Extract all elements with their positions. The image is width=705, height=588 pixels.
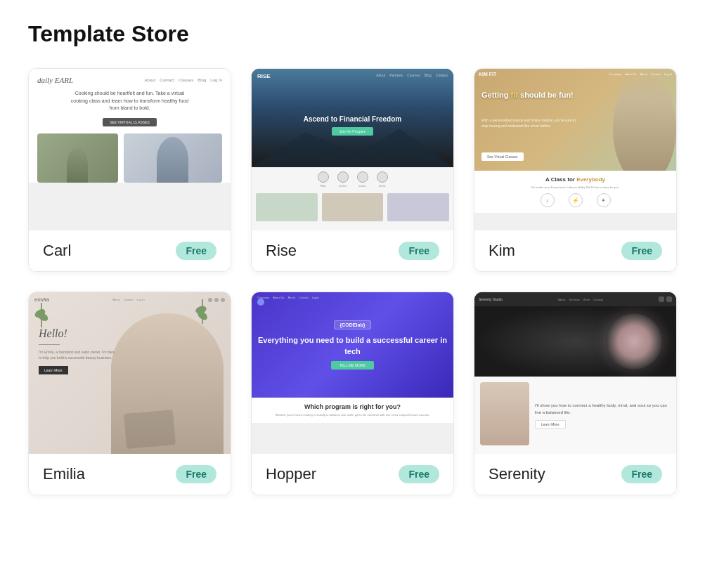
serenity-eye-visual xyxy=(606,313,662,370)
kim-hero: KIM FIT Company About Us About Contact L… xyxy=(474,69,676,171)
emilia-cta-button: Learn More xyxy=(39,366,68,374)
emilia-footer: Emilia Free xyxy=(29,454,231,495)
hopper-subtext: Whether you're new to coding or looking … xyxy=(260,413,445,417)
rise-icon-1: Plan xyxy=(318,171,329,188)
carl-preview: daily EARL About Contact Classes Blog Lo… xyxy=(29,69,231,230)
emilia-preview-container: emilia About Contact Log In xyxy=(29,292,231,454)
rise-nav-links: About Partners Courses Blog Contact xyxy=(376,73,448,79)
serenity-hero xyxy=(474,306,676,377)
template-card-serenity[interactable]: Serenity Studio About Services Work Cont… xyxy=(474,292,677,495)
rise-icon-4: Grow xyxy=(377,171,388,188)
serenity-badge: Free xyxy=(621,465,662,483)
serenity-top-icons xyxy=(659,296,672,302)
kim-subtext: No matter your fitness level or dance ab… xyxy=(531,185,619,189)
carl-nav-link-3: Classes xyxy=(179,78,193,82)
serenity-logo: Serenity Studio xyxy=(479,297,503,301)
hopper-logo-icon xyxy=(257,299,264,306)
hopper-nav: Company About Us About Contact Login xyxy=(252,296,453,299)
carl-image-left xyxy=(37,133,118,183)
page-title: Template Store xyxy=(28,21,677,47)
carl-nav-links: About Contact Classes Blog Log In xyxy=(145,78,222,82)
emilia-person-image xyxy=(111,313,224,454)
template-card-kim[interactable]: KIM FIT Company About Us About Contact L… xyxy=(474,68,677,272)
rise-icon-3: Learn xyxy=(357,171,368,188)
emilia-logo: emilia xyxy=(34,296,49,303)
emilia-nav-icons xyxy=(208,298,225,302)
hopper-hero-text: Everything you need to build a successfu… xyxy=(252,335,453,357)
kim-badge: Free xyxy=(621,242,662,260)
serenity-content-row: I'll show you how to connect a healthy b… xyxy=(474,377,676,454)
carl-cta-button: SEE VIRTUAL CLASSES xyxy=(103,118,157,126)
rise-badge: Free xyxy=(399,242,439,260)
emilia-preview: emilia About Contact Log In xyxy=(29,292,231,454)
hopper-badge-free: Free xyxy=(399,465,439,483)
template-card-carl[interactable]: daily EARL About Contact Classes Blog Lo… xyxy=(28,68,231,272)
carl-nav-link-5: Log In xyxy=(210,78,222,82)
carl-name: Carl xyxy=(43,242,71,260)
emilia-body-text: I'm Emilia, a hairstylist and salon owne… xyxy=(39,349,116,360)
serenity-footer: Serenity Free xyxy=(474,454,676,495)
serenity-body-text: I'll show you how to connect a healthy b… xyxy=(535,402,671,416)
kim-icon-wellness: ✦ xyxy=(597,193,611,207)
carl-hero-text: Cooking should be heartfelt and fun. Tak… xyxy=(67,90,193,112)
kim-logo: KIM FIT xyxy=(479,72,496,77)
carl-image-right xyxy=(124,133,222,183)
kim-hero-sub: With a personalized dance and fitness ro… xyxy=(481,118,580,129)
carl-badge: Free xyxy=(176,242,216,260)
carl-nav: daily EARL About Contact Classes Blog Lo… xyxy=(34,76,225,84)
kim-icon-fitness: ⚡ xyxy=(569,193,583,207)
rise-content-row xyxy=(256,193,449,221)
serenity-learn-button: Learn More xyxy=(535,420,566,429)
kim-cta-button: See Virtual Classes xyxy=(481,152,524,161)
kim-person-image xyxy=(613,72,676,171)
emilia-name: Emilia xyxy=(43,465,85,483)
emilia-divider xyxy=(39,344,60,345)
template-card-emilia[interactable]: emilia About Contact Log In xyxy=(28,292,231,495)
carl-images xyxy=(34,133,225,183)
hopper-cta-button: TELL ME MORE xyxy=(331,361,374,370)
hopper-footer: Hopper Free xyxy=(252,454,453,495)
hopper-subheading: Which program is right for you? xyxy=(260,403,445,410)
carl-nav-link-4: Blog xyxy=(198,78,206,82)
kim-hero-text: Getting fit should be fun! xyxy=(481,90,574,100)
carl-footer: Carl Free xyxy=(29,230,231,271)
kim-icons-row: ♪ ⚡ ✦ xyxy=(541,193,611,207)
rise-icons-row: Plan Invest Learn Grow xyxy=(318,171,388,188)
rise-name: Rise xyxy=(266,242,297,260)
serenity-icon-1 xyxy=(659,296,664,302)
serenity-text-block: I'll show you how to connect a healthy b… xyxy=(535,382,671,448)
kim-footer: Kim Free xyxy=(474,230,676,271)
rise-hero: RISE About Partners Courses Blog Contact xyxy=(252,69,453,167)
template-card-rise[interactable]: RISE About Partners Courses Blog Contact xyxy=(251,68,454,272)
rise-preview: RISE About Partners Courses Blog Contact xyxy=(252,69,453,230)
serenity-name: Serenity xyxy=(489,465,545,483)
kim-name: Kim xyxy=(489,242,515,260)
hopper-badge: {CODElab} xyxy=(334,320,372,329)
carl-nav-link-2: Contact xyxy=(160,78,174,82)
serenity-preview: Serenity Studio About Services Work Cont… xyxy=(474,292,676,454)
kim-subheading: A Class for Everybody xyxy=(545,176,605,183)
kim-preview: KIM FIT Company About Us About Contact L… xyxy=(474,69,676,230)
serenity-nav-links: About Services Work Contact xyxy=(558,298,603,301)
hopper-preview: Company About Us About Contact Login {CO… xyxy=(252,292,453,423)
emilia-nav-links: About Contact Log In xyxy=(112,298,144,301)
hopper-preview-container: Company About Us About Contact Login {CO… xyxy=(252,292,453,454)
template-card-hopper[interactable]: Company About Us About Contact Login {CO… xyxy=(251,292,454,495)
rise-icon-2: Invest xyxy=(337,171,349,188)
template-grid: daily EARL About Contact Classes Blog Lo… xyxy=(28,68,677,495)
kim-icon-dance: ♪ xyxy=(541,193,555,207)
kim-bottom: A Class for Everybody No matter your fit… xyxy=(474,171,676,213)
rise-footer: Rise Free xyxy=(252,230,453,271)
serenity-preview-container: Serenity Studio About Services Work Cont… xyxy=(474,292,676,454)
rise-nav: RISE About Partners Courses Blog Contact xyxy=(252,73,453,79)
hopper-hero: Company About Us About Contact Login {CO… xyxy=(252,292,453,398)
carl-logo: daily EARL xyxy=(37,76,73,84)
carl-nav-link-1: About xyxy=(145,78,156,82)
svg-marker-0 xyxy=(252,129,453,167)
serenity-portrait xyxy=(480,382,529,445)
emilia-badge: Free xyxy=(176,465,216,483)
hopper-name: Hopper xyxy=(266,465,316,483)
hopper-bottom: Which program is right for you? Whether … xyxy=(252,398,453,423)
rise-logo: RISE xyxy=(257,73,271,79)
rise-hero-text: Ascend to Financial Freedom xyxy=(304,115,401,123)
